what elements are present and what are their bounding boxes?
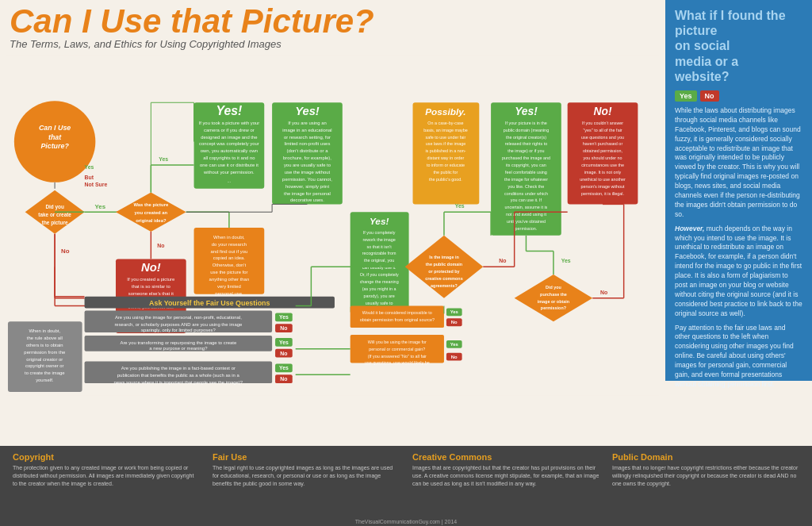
svg-text:usually safe to: usually safe to bbox=[366, 301, 393, 305]
svg-text:until you've obtained: until you've obtained bbox=[507, 219, 546, 224]
svg-text:Yes!: Yes! bbox=[295, 105, 320, 117]
svg-text:not and avoid using it: not and avoid using it bbox=[506, 212, 547, 217]
svg-text:the public's good.: the public's good. bbox=[429, 177, 462, 182]
svg-text:use questions and you: use questions and you bbox=[581, 135, 624, 140]
svg-text:Are you using the image for pe: Are you using the image for personal, no… bbox=[115, 315, 242, 320]
svg-text:others is to obtain: others is to obtain bbox=[26, 343, 63, 347]
svg-text:If your picture is in the: If your picture is in the bbox=[505, 121, 547, 125]
svg-text:Did you: Did you bbox=[546, 285, 561, 290]
footer-creative-commons-text: Images that are copyrighted but that the… bbox=[412, 464, 599, 487]
svg-text:its copyright, you can: its copyright, you can bbox=[506, 163, 546, 167]
svg-text:Are you publishing the image i: Are you publishing the image in a fact-b… bbox=[121, 366, 236, 371]
svg-text:or research setting, for: or research setting, for bbox=[284, 135, 331, 140]
svg-text:Yes: Yes bbox=[279, 314, 289, 320]
svg-text:When in doubt,: When in doubt, bbox=[29, 328, 60, 333]
svg-text:sparingly, only for limited pu: sparingly, only for limited purposes? bbox=[141, 328, 216, 332]
svg-text:decorative uses.: decorative uses. bbox=[290, 198, 324, 202]
svg-text:purchase the: purchase the bbox=[540, 292, 567, 297]
svg-text:image in an educational: image in an educational bbox=[282, 128, 331, 132]
svg-text:permission, it is illegal.: permission, it is illegal. bbox=[581, 191, 625, 196]
svg-text:safe to use under fair: safe to use under fair bbox=[426, 135, 466, 140]
svg-text:feel comfortable using: feel comfortable using bbox=[505, 170, 547, 175]
svg-text:creative commons: creative commons bbox=[425, 276, 462, 281]
svg-text:haven't purchased or: haven't purchased or bbox=[583, 141, 623, 146]
svg-text:No: No bbox=[600, 290, 607, 295]
svg-text:copyright owner or: copyright owner or bbox=[25, 363, 64, 368]
svg-text:the image) or if you: the image) or if you bbox=[508, 148, 544, 153]
svg-text:one can use it or distribute i: one can use it or distribute it bbox=[200, 163, 259, 167]
svg-text:do your research: do your research bbox=[212, 242, 247, 247]
main-title: Can I Use that Picture? bbox=[10, 5, 657, 38]
svg-text:Possibly.: Possibly. bbox=[425, 106, 465, 117]
svg-text:a new purpose or meaning?: a new purpose or meaning? bbox=[149, 346, 208, 351]
svg-text:the original, you: the original, you bbox=[364, 258, 394, 263]
svg-text:public domain (meaning: public domain (meaning bbox=[504, 128, 549, 132]
svg-text:image. It is not only: image. It is not only bbox=[584, 170, 622, 175]
svg-text:brochure, for example),: brochure, for example), bbox=[283, 155, 331, 160]
svg-text:the public domain: the public domain bbox=[426, 262, 462, 267]
svg-text:No: No bbox=[451, 320, 458, 324]
svg-text:When in doubt,: When in doubt, bbox=[213, 235, 245, 240]
svg-text:original idea?: original idea? bbox=[136, 218, 167, 223]
svg-text:change the meaning: change the meaning bbox=[360, 279, 399, 284]
svg-text:Yes: Yes bbox=[450, 309, 459, 314]
svg-text:If you created a picture: If you created a picture bbox=[127, 277, 175, 282]
svg-text:to inform or educate: to inform or educate bbox=[427, 163, 465, 167]
svg-text:you are usually safe to: you are usually safe to bbox=[284, 163, 331, 167]
svg-text:the picture: the picture bbox=[42, 220, 68, 226]
svg-text:Yes: Yes bbox=[94, 203, 105, 210]
svg-text:the image for personal: the image for personal bbox=[284, 191, 331, 196]
svg-text:permission. You cannot,: permission. You cannot, bbox=[282, 177, 332, 182]
svg-text:released their rights to: released their rights to bbox=[505, 141, 548, 146]
svg-text:Yes: Yes bbox=[279, 340, 289, 345]
svg-text:Will you be using the image fo: Will you be using the image for bbox=[368, 340, 427, 344]
svg-text:No!: No! bbox=[594, 106, 612, 117]
svg-text:very limited: very limited bbox=[217, 284, 241, 289]
svg-text:news source where it is import: news source where it is important that p… bbox=[114, 380, 243, 385]
svg-text:No: No bbox=[61, 248, 70, 255]
footer-credit: TheVisualCommunicationGuy.com | 2014 bbox=[0, 517, 812, 526]
svg-text:use the image without: use the image without bbox=[285, 170, 331, 175]
svg-text:Yes!: Yes! bbox=[370, 216, 389, 227]
svg-text:purchased the image and: purchased the image and bbox=[502, 155, 550, 160]
footer-public-domain: Public Domain Images that no longer have… bbox=[612, 452, 799, 511]
svg-text:image or obtain: image or obtain bbox=[538, 299, 569, 304]
svg-text:use questions, use would likel: use questions, use would likely be bbox=[365, 360, 430, 365]
svg-text:But: But bbox=[85, 175, 94, 180]
svg-text:original creator or: original creator or bbox=[26, 357, 63, 362]
svg-text:designed an image and the: designed an image and the bbox=[201, 135, 258, 140]
svg-text:Yes: Yes bbox=[159, 156, 168, 162]
svg-text:use laws if the image: use laws if the image bbox=[426, 141, 465, 146]
svg-text:the rule above all: the rule above all bbox=[27, 336, 63, 340]
footer: Copyright The protection given to any cr… bbox=[0, 446, 812, 517]
footer-copyright: Copyright The protection given to any cr… bbox=[13, 452, 200, 511]
svg-text:Are you transforming or repurp: Are you transforming or repurposing the … bbox=[120, 340, 236, 345]
right-no-label: No bbox=[700, 90, 719, 102]
svg-text:No: No bbox=[280, 325, 287, 331]
svg-text:Can I Use: Can I Use bbox=[39, 124, 71, 132]
svg-text:agreements?: agreements? bbox=[431, 283, 458, 288]
footer-public-domain-title: Public Domain bbox=[612, 452, 799, 462]
svg-text:parody), you are: parody), you are bbox=[363, 294, 394, 298]
svg-text:Was the picture: Was the picture bbox=[133, 202, 168, 207]
svg-text:Yes!: Yes! bbox=[515, 106, 538, 117]
svg-text:No: No bbox=[499, 258, 506, 263]
header-left: Can I Use that Picture? The Terms, Laws,… bbox=[10, 5, 657, 50]
svg-text:concept was completely your: concept was completely your bbox=[199, 141, 259, 146]
svg-text:can usually use it.: can usually use it. bbox=[362, 265, 396, 270]
svg-text:yourself.: yourself. bbox=[36, 378, 54, 382]
svg-text:"yes" to all of the fair: "yes" to all of the fair bbox=[583, 128, 622, 132]
right-panel-title: What if I found the picture on social me… bbox=[675, 8, 802, 84]
svg-text:unethical to use another: unethical to use another bbox=[580, 177, 626, 182]
infographic-wrapper: Can I Use that Picture? Did you take or … bbox=[0, 52, 665, 446]
svg-text:the public for: the public for bbox=[433, 170, 458, 175]
svg-text:permission.: permission. bbox=[515, 226, 538, 231]
footer-fair-use: Fair Use The legal right to use copyrigh… bbox=[213, 452, 400, 511]
svg-text:Picture?: Picture? bbox=[40, 142, 69, 150]
svg-text:uncertain, assume it is: uncertain, assume it is bbox=[505, 205, 548, 209]
footer-fair-use-title: Fair Use bbox=[213, 452, 400, 462]
svg-text:so that it isn't: so that it isn't bbox=[366, 244, 392, 249]
footer-copyright-title: Copyright bbox=[13, 452, 200, 462]
svg-text:rework the image: rework the image bbox=[362, 237, 395, 242]
svg-text:is published in a non-: is published in a non- bbox=[425, 148, 465, 153]
